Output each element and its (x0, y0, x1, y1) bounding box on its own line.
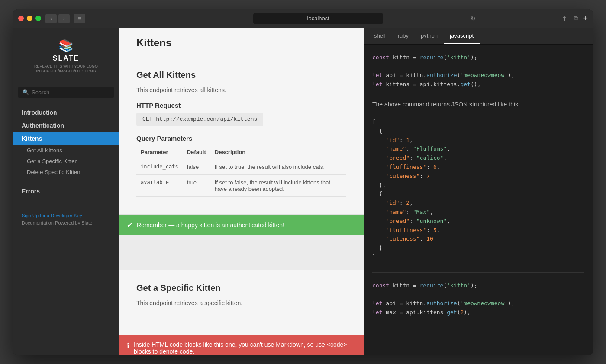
nav-section: Introduction Authentication Kittens Get … (13, 103, 119, 200)
http-request-value: GET http://example.com/api/kittens (136, 113, 263, 126)
param-default-1: false (183, 159, 210, 174)
get-specific-kitten-section: Get a Specific Kitten This endpoint retr… (119, 270, 364, 328)
section2-title: Get a Specific Kitten (136, 283, 346, 293)
sidebar: 📚 SLATE REPLACE THIS WITH YOUR LOGOIN SO… (13, 28, 119, 355)
content-area: Kittens Get All Kittens This endpoint re… (119, 28, 593, 355)
browser-window: ‹ › ≡ localhost ↻ ⬆ ⧉ + 📚 SLATE REPLACE … (13, 9, 593, 355)
code-block-2: const kittn = require('kittn'); let api … (372, 281, 584, 317)
param-name-1: include_cats (136, 159, 183, 174)
spacer-1 (119, 235, 364, 270)
sidebar-divider-2 (13, 204, 119, 204)
code-panel: shell ruby python javascript const kittn… (364, 28, 593, 355)
col-header-parameter: Parameter (136, 145, 183, 159)
table-row: available true If set to false, the resu… (136, 174, 346, 196)
page-title: Kittens (136, 37, 346, 49)
search-input[interactable] (32, 89, 110, 96)
view-button[interactable]: ≡ (74, 14, 85, 23)
sidebar-divider (13, 181, 119, 181)
warning-icon: ℹ (127, 341, 129, 350)
code-desc-1: The above command returns JSON structure… (372, 100, 584, 109)
reload-button[interactable]: ↻ (471, 15, 476, 22)
param-name-2: available (136, 174, 183, 196)
sidebar-item-authentication[interactable]: Authentication (13, 119, 119, 132)
col-header-default: Default (183, 145, 210, 159)
search-box[interactable]: 🔍 (18, 87, 114, 98)
code-tabs: shell ruby python javascript (364, 28, 593, 45)
traffic-lights (18, 16, 41, 21)
logo-icon: 📚 (20, 39, 112, 53)
close-button[interactable] (18, 16, 24, 21)
section1-description: This endpoint retrieves all kittens. (136, 85, 346, 95)
col-header-description: Description (210, 145, 346, 159)
json-result: [ { "id": 1, "name": "Fluffums", "breed"… (372, 118, 584, 262)
forward-button[interactable]: › (58, 14, 70, 23)
table-row: include_cats false If set to true, the r… (136, 159, 346, 174)
param-default-2: true (183, 174, 210, 196)
minimize-button[interactable] (27, 16, 32, 21)
param-desc-2: If set to false, the result will include… (210, 174, 346, 196)
logo-title: SLATE (20, 55, 112, 62)
logo-area: 📚 SLATE REPLACE THIS WITH YOUR LOGOIN SO… (13, 28, 119, 81)
code-content: const kittn = require('kittn'); let api … (364, 45, 593, 355)
param-desc-1: If set to true, the result will also inc… (210, 159, 346, 174)
developer-key-link[interactable]: Sign Up for a Developer Key (22, 213, 82, 218)
tab-python[interactable]: python (415, 28, 444, 44)
doc-panel: Kittens Get All Kittens This endpoint re… (119, 28, 364, 355)
share-button[interactable]: ⬆ (560, 14, 569, 23)
sidebar-footer: Sign Up for a Developer Key Documentatio… (13, 208, 119, 232)
sidebar-item-errors[interactable]: Errors (13, 185, 119, 198)
code-separator (372, 272, 584, 273)
address-bar: localhost (253, 13, 383, 24)
address-text: localhost (307, 15, 329, 22)
check-icon: ✔ (127, 221, 132, 229)
get-all-kittens-section: Get All Kittens This endpoint retrieves … (119, 57, 364, 215)
nav-buttons: ‹ › (45, 14, 70, 23)
sidebar-subitem-get-all-kittens[interactable]: Get All Kittens (13, 145, 119, 156)
sidebar-item-kittens[interactable]: Kittens (13, 132, 119, 145)
logo-subtitle: REPLACE THIS WITH YOUR LOGOIN SOURCE/IMA… (20, 64, 112, 74)
section1-title: Get All Kittens (136, 70, 346, 80)
sidebar-subitem-get-specific-kitten[interactable]: Get a Specific Kitten (13, 156, 119, 167)
tab-ruby[interactable]: ruby (392, 28, 415, 44)
tab-javascript[interactable]: javascript (444, 28, 480, 44)
notice-red-text: Inside HTML code blocks like this one, y… (134, 341, 356, 355)
sidebar-item-introduction[interactable]: Introduction (13, 106, 119, 119)
code-block-1: const kittn = require('kittn'); let api … (372, 53, 584, 89)
new-tab-button[interactable]: + (583, 14, 588, 23)
main-layout: 📚 SLATE REPLACE THIS WITH YOUR LOGOIN SO… (13, 28, 593, 355)
maximize-button[interactable] (35, 16, 41, 21)
tab-shell[interactable]: shell (368, 28, 392, 44)
sidebar-subitem-delete-specific-kitten[interactable]: Delete Specific Kitten (13, 167, 119, 177)
notice-red: ℹ Inside HTML code blocks like this one,… (119, 335, 364, 355)
search-icon: 🔍 (23, 89, 29, 95)
section2-description: This endpoint retrieves a specific kitte… (136, 298, 346, 308)
back-button[interactable]: ‹ (45, 14, 57, 23)
toolbar-right: ⬆ ⧉ + (560, 14, 588, 23)
page-title-section: Kittens (119, 28, 364, 57)
tabs-button[interactable]: ⧉ (572, 14, 580, 23)
footer-text: Documentation Powered by Slate (22, 220, 92, 225)
notice-green: ✔ Remember — a happy kitten is an authen… (119, 215, 364, 235)
titlebar: ‹ › ≡ localhost ↻ ⬆ ⧉ + (13, 9, 593, 28)
http-request-label: HTTP Request (136, 102, 346, 109)
params-table: Parameter Default Description include_ca… (136, 145, 346, 197)
params-label: Query Parameters (136, 135, 346, 142)
notice-green-text: Remember — a happy kitten is an authenti… (137, 222, 284, 229)
